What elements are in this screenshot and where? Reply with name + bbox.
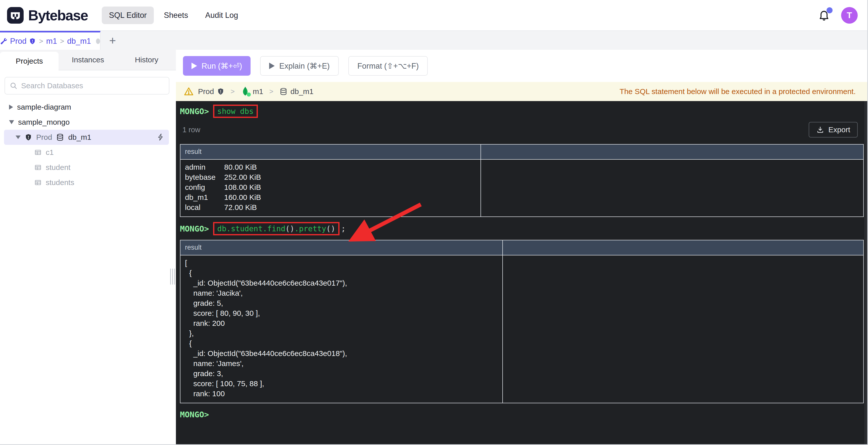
db-size-rows: admin80.00 KiBbytebase252.00 KiBconfig10… [180,160,481,216]
editor-toolbar: Run (⌘+⏎) Explain (⌘+E) Format (⇧+⌥+F) [176,50,867,82]
search-icon [9,82,18,90]
json-line: name: 'Jacika', [185,288,502,298]
shield-alert-icon [29,38,36,45]
wrench-icon [0,37,7,45]
tree-label: sample_mongo [18,118,70,126]
search-input[interactable] [21,82,164,90]
tree-env-label: Prod [36,133,52,142]
db-row: db_m1160.00 KiB [185,192,480,202]
tab-database: db_m1 [67,37,91,46]
command-segment: () [326,224,335,233]
sheet-tabbar: Prod > m1 > db_m1 + [0,31,867,50]
caret-down-icon [9,120,14,124]
caret-down-icon [16,136,21,139]
command-segment: () [285,224,294,233]
run-button[interactable]: Run (⌘+⏎) [183,56,251,76]
result-table-header: result [180,145,863,160]
db-row: bytebase252.00 KiB [185,172,480,182]
warning-triangle-icon [183,86,194,97]
download-icon [816,126,824,134]
db-name: db_m1 [185,192,217,202]
banner-env-label: Prod [198,87,214,96]
export-button[interactable]: Export [809,122,858,138]
empty-cell [503,256,863,403]
column-header-empty [503,240,863,255]
format-button[interactable]: Format (⇧+⌥+F) [348,56,428,76]
tree-item-c1[interactable]: c1 [0,145,176,160]
db-name: config [185,182,217,192]
tree-item-prod-db-m1[interactable]: Prod db_m1 [4,130,169,145]
tab-history[interactable]: History [117,50,176,70]
command-line-1: MONGO> show dbs [180,105,867,118]
run-label: Run (⌘+⏎) [202,61,242,71]
shield-alert-icon [217,88,224,95]
database-search[interactable] [4,77,169,94]
json-line: name: 'James', [185,358,502,368]
banner-instance-label: m1 [253,87,264,96]
notifications-button[interactable] [818,9,830,21]
annotation-box-1: show dbs [213,105,258,118]
avatar[interactable]: T [841,7,858,24]
tree-label: c1 [46,148,54,157]
banner-separator: > [269,88,273,95]
topbar: Bytebase SQL Editor Sheets Audit Log T [0,0,867,31]
nav-sheets[interactable]: Sheets [157,6,195,24]
panel-resize-handle[interactable] [170,268,175,285]
explain-button[interactable]: Explain (⌘+E) [260,56,339,76]
tree-label: students [46,178,74,187]
tree-label: student [46,163,70,172]
protected-environment-message: The SQL statement below will be executed… [620,87,860,96]
db-row: local72.00 KiB [185,202,480,212]
topbar-right: T [818,7,860,24]
database-icon [56,133,64,141]
json-line: _id: ObjectId("63be4440ce6c6ec8ca43e017"… [185,278,502,288]
command-input-line[interactable]: MONGO> [180,410,867,419]
db-row: config108.00 KiB [185,182,480,192]
db-row: admin80.00 KiB [185,162,480,172]
new-tab-button[interactable]: + [100,31,125,50]
banner-database: db_m1 [279,87,314,96]
mongo-terminal: MONGO> show dbs 1 row Export resu [176,101,867,444]
json-line: score: [ 100, 75, 88 ], [185,379,502,389]
protected-environment-banner: Prod > m1 > [176,82,867,101]
mongo-prompt: MONGO> [180,224,209,234]
tree-item-sample-diagram[interactable]: sample-diagram [0,99,176,115]
sheet-tab-active[interactable]: Prod > m1 > db_m1 [0,31,100,50]
tab-projects[interactable]: Projects [0,52,59,70]
tab-separator: > [39,37,43,45]
db-size: 252.00 KiB [224,173,261,181]
tab-instances[interactable]: Instances [59,50,117,70]
quick-action-bolt-icon[interactable] [157,133,165,141]
json-line: _id: ObjectId("63be4440ce6c6ec8ca43e018"… [185,349,502,358]
tree-item-students[interactable]: students [0,175,176,190]
nav-audit-log[interactable]: Audit Log [198,6,245,24]
bytebase-logo-icon [7,7,24,24]
notification-dot [827,7,833,13]
command2-code: db.student.find().pretty() [217,224,336,233]
main-split: Projects Instances History sample-diagra… [0,50,867,444]
tree-item-sample-mongo[interactable]: sample_mongo [0,115,176,130]
db-name: local [185,202,217,212]
result-table-header: result [180,240,863,256]
brand[interactable]: Bytebase [7,7,88,24]
collection-icon [34,164,42,171]
result-table-body: [ { _id: ObjectId("63be4440ce6c6ec8ca43e… [180,256,863,403]
nav-sql-editor[interactable]: SQL Editor [102,6,154,24]
status-dot [247,92,251,96]
json-lines: [ { _id: ObjectId("63be4440ce6c6ec8ca43e… [180,256,503,403]
format-label: Format (⇧+⌥+F) [358,61,419,71]
tab-instance: m1 [46,37,57,46]
tree-item-student[interactable]: student [0,160,176,175]
column-header-result: result [180,145,481,159]
json-line: grade: 3, [185,368,502,379]
editor-panel: Run (⌘+⏎) Explain (⌘+E) Format (⇧+⌥+F) P… [176,50,867,444]
terminal-scrollbar[interactable] [864,101,867,444]
collection-icon [34,179,42,186]
command-line-2: MONGO> db.student.find().pretty() ; [180,222,867,235]
sidebar-tabs: Projects Instances History [0,50,176,70]
bytebase-app: Bytebase SQL Editor Sheets Audit Log T P… [0,0,868,445]
json-line: [ [185,258,502,268]
sidebar: Projects Instances History sample-diagra… [0,50,176,444]
json-line: rank: 200 [185,318,502,328]
db-size: 80.00 KiB [224,163,257,171]
